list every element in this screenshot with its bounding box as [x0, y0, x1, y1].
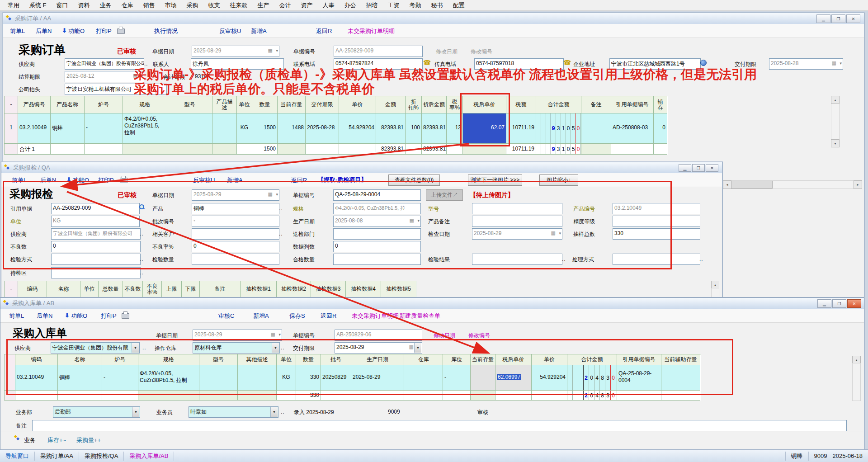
clerk-lookup-dots[interactable]: .. — [281, 409, 285, 415]
scroll-left-button[interactable]: ◄ — [723, 180, 731, 189]
maximize-button[interactable]: ❐ — [831, 14, 845, 23]
product-field[interactable]: 铜棒 — [192, 203, 279, 214]
menu-item[interactable]: 招培 — [361, 1, 383, 9]
other-desc-cell[interactable] — [238, 365, 277, 391]
function-menu-link[interactable]: 功能O — [73, 176, 89, 184]
location-cell[interactable]: - — [443, 365, 471, 391]
stock-cell[interactable] — [471, 365, 495, 391]
dept-combobox[interactable]: 后勤部▼ — [53, 406, 140, 418]
dropdown-caret-icon[interactable]: ▾ — [276, 48, 278, 53]
total-amount-cell[interactable]: 9 3 1 0 5 0 0 — [536, 113, 581, 144]
doc-date-field[interactable]: 2025-08-29▦▾ — [193, 330, 282, 341]
ref-doc-field[interactable]: AA-250829-009 — [51, 203, 140, 214]
row-number-cell[interactable]: 1 — [5, 113, 18, 144]
customer-field[interactable] — [192, 228, 279, 240]
menu-item[interactable]: 人事 — [318, 1, 340, 9]
ref-doc-cell[interactable]: AD-250808-03 — [611, 113, 654, 144]
spec-cell[interactable]: Φ4.2/0/+0.05, CuZn38Pb1.5, 拉制 — [138, 365, 199, 391]
supplier-field[interactable]: 宁波金田铜业（集团）股份有限公司 — [65, 58, 144, 70]
model-cell[interactable] — [199, 365, 238, 391]
maximize-button[interactable]: ❐ — [832, 299, 846, 308]
check-date-field[interactable]: 2025-08-29▦▾ — [472, 228, 562, 240]
code-cell[interactable]: 03.2.10049 — [15, 365, 58, 391]
next-doc-link[interactable]: 后单N — [40, 176, 56, 184]
note-field[interactable] — [32, 420, 847, 431]
product-code-cell[interactable]: 03.2.10049 — [18, 113, 51, 144]
spec-field[interactable]: Φ4.2/0/+0.05, CuZn38Pb1.5, 拉 — [333, 203, 421, 214]
calendar-icon[interactable]: ▦ — [409, 344, 414, 350]
minimize-button[interactable]: ▁ — [816, 14, 830, 23]
menu-item[interactable]: 窗口 — [52, 1, 73, 9]
menu-item[interactable]: 秘书 — [426, 1, 448, 9]
doc-no-field[interactable]: AB-250829-06 — [335, 330, 422, 341]
dropdown-caret-icon[interactable]: ▾ — [278, 332, 281, 337]
return-link[interactable]: 返回R — [291, 176, 307, 184]
product-name-cell[interactable]: 铜棒 — [51, 113, 85, 144]
menu-item[interactable]: 配置 — [448, 1, 470, 9]
pending-order-detail-link[interactable]: 未交采购订单明细 — [348, 27, 395, 35]
statusbar-tab-order[interactable]: 采购订单/AA — [35, 452, 79, 461]
discount-cell[interactable]: 100 — [406, 113, 422, 144]
qty-cell[interactable]: 1500 — [252, 113, 278, 144]
menu-item[interactable]: 仓库 — [117, 1, 138, 9]
prev-doc-link[interactable]: 前单L — [9, 312, 24, 320]
scroll-down-button[interactable]: ▼ — [831, 139, 840, 147]
view-file-count-button[interactable]: 查看文件总数(0) — [388, 174, 440, 186]
deliver-date-field[interactable]: 2025-08-29▦▼ — [335, 342, 422, 354]
save-link[interactable]: 保存S — [289, 312, 305, 320]
dropdown-arrow-icon[interactable]: ▼ — [132, 407, 139, 417]
stock-link[interactable]: 库存+~ — [47, 436, 66, 444]
tax-price-cell-selected[interactable]: 62.07 — [463, 113, 506, 144]
close-button[interactable]: ✕ — [846, 14, 860, 23]
sample-total-field[interactable]: 330 — [613, 228, 700, 240]
inspection-titlebar[interactable]: 采购报检 / QA — [1, 162, 722, 174]
shrink-image-button[interactable]: 图片缩小↓ — [539, 174, 578, 186]
product-code-field[interactable]: 03.2.10049 — [613, 203, 700, 214]
ref-doc-cell[interactable]: QA-25-08-29-0004 — [617, 365, 661, 391]
dropdown-arrow-icon[interactable]: ▼ — [414, 343, 421, 353]
product-lookup-dots[interactable]: .. — [279, 205, 283, 212]
name-cell[interactable]: 铜棒 — [58, 365, 102, 391]
note-cell[interactable] — [581, 113, 611, 144]
prod-date-cell[interactable]: 2025-08-29 — [351, 365, 404, 391]
handle-lookup-dots[interactable]: .. — [699, 256, 703, 262]
calendar-icon[interactable]: ▦ — [410, 217, 414, 223]
menu-item[interactable]: 会计 — [274, 1, 296, 9]
clerk-combobox[interactable]: 叶章如▼ — [189, 406, 278, 418]
dropdown-arrow-icon[interactable]: ▼ — [272, 343, 279, 353]
unit-field[interactable]: KG — [51, 216, 140, 227]
total-amount-cell[interactable]: 2 0 4 8 3 0 9 — [567, 365, 617, 391]
price-cell[interactable]: 54.929204 — [339, 113, 376, 144]
stock-cell[interactable]: 1488 — [278, 113, 306, 144]
doc-no-field[interactable]: QA-25-08-29-0004 — [333, 189, 421, 201]
model-cell[interactable] — [167, 113, 212, 144]
return-link[interactable]: 返回R — [316, 27, 332, 35]
calendar-icon[interactable]: ▦ — [551, 230, 556, 236]
supplier-field[interactable]: 宁波金田铜业（集团）股份有限公司 — [51, 228, 141, 240]
extract-qc-items-link[interactable]: 【提取-质检项目】 — [318, 176, 367, 184]
close-button[interactable]: ✕ — [706, 164, 718, 172]
function-menu-link[interactable]: 功能O — [71, 312, 87, 320]
warehouse-lookup-dots[interactable]: .. — [281, 344, 285, 351]
unit-cell[interactable]: KG — [277, 365, 296, 391]
menu-item[interactable]: 收支 — [203, 1, 225, 9]
purchase-order-titlebar[interactable]: 采购订单 / AA — [3, 13, 864, 24]
furnace-no-cell[interactable]: - — [102, 365, 138, 391]
unaudit-link[interactable]: 反审核U — [219, 27, 241, 35]
menu-item[interactable]: 资料 — [73, 1, 95, 9]
minimize-button[interactable]: ▁ — [679, 164, 691, 172]
disc-amount-cell[interactable]: 82393.81 — [422, 113, 447, 144]
menu-item[interactable]: 工资 — [383, 1, 405, 9]
dept-field[interactable] — [333, 228, 421, 240]
menu-item[interactable]: 资产 — [296, 1, 318, 9]
new-qc-link[interactable]: 新建质量检查单 — [399, 312, 440, 320]
customer-lookup-dots[interactable]: .. — [279, 231, 283, 237]
prod-date-field[interactable]: 2025-08-08▦▾ — [333, 216, 421, 227]
close-button[interactable]: ✕ — [847, 299, 861, 308]
minimize-button[interactable]: ▁ — [817, 299, 831, 308]
menu-item[interactable]: 业务 — [95, 1, 117, 9]
calendar-icon[interactable]: ▦ — [271, 331, 275, 337]
check-result-field[interactable] — [472, 254, 562, 265]
tax-price-cell[interactable]: 62.06997 — [495, 365, 532, 391]
wait-area-field[interactable] — [51, 267, 141, 278]
